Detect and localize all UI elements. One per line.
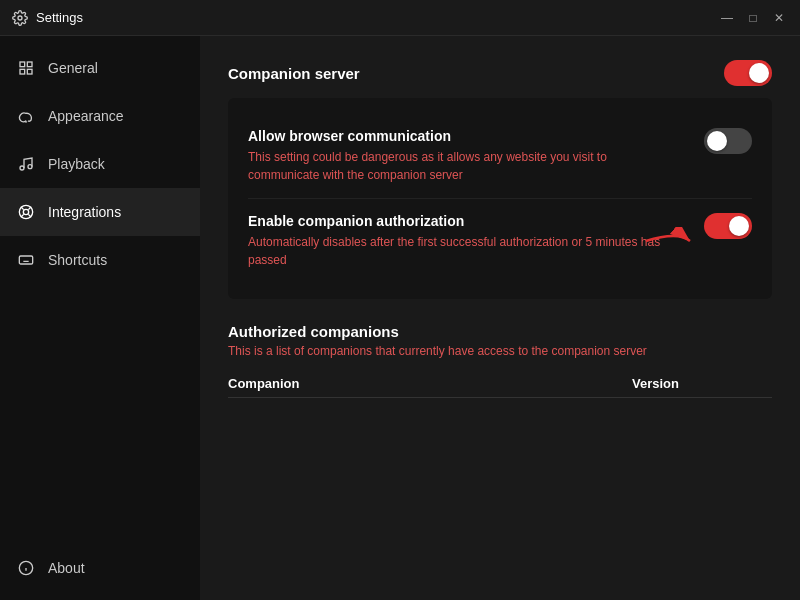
enable-auth-text: Enable companion authorization Automatic… <box>248 213 672 269</box>
titlebar-left: Settings <box>12 10 83 26</box>
music-icon <box>16 154 36 174</box>
grid-icon <box>16 58 36 78</box>
sidebar-item-integrations[interactable]: Integrations <box>0 188 200 236</box>
authorized-title: Authorized companions <box>228 323 399 340</box>
svg-rect-4 <box>27 69 32 74</box>
sidebar-item-appearance[interactable]: Appearance <box>0 92 200 140</box>
authorized-subtitle: This is a list of companions that curren… <box>228 344 772 358</box>
allow-browser-title: Allow browser communication <box>248 128 680 144</box>
companion-server-title: Companion server <box>228 65 360 82</box>
enable-auth-desc: Automatically disables after the first s… <box>248 233 672 269</box>
svg-point-6 <box>20 166 24 170</box>
sidebar-label-integrations: Integrations <box>48 204 121 220</box>
allow-browser-text: Allow browser communication This setting… <box>248 128 680 184</box>
window-title: Settings <box>36 10 83 25</box>
col-header-companion: Companion <box>228 376 632 391</box>
info-icon <box>16 558 36 578</box>
toggle-thumb-companion <box>749 63 769 83</box>
enable-auth-toggle[interactable] <box>704 213 752 239</box>
companion-server-row: Companion server <box>228 60 772 86</box>
titlebar: Settings — □ ✕ <box>0 0 800 36</box>
sidebar-label-playback: Playback <box>48 156 105 172</box>
svg-point-7 <box>28 165 32 169</box>
enable-auth-item: Enable companion authorization Automatic… <box>248 199 752 283</box>
allow-browser-toggle[interactable] <box>704 128 752 154</box>
sidebar-item-general[interactable]: General <box>0 44 200 92</box>
svg-rect-1 <box>20 62 25 67</box>
settings-block: Allow browser communication This setting… <box>228 98 772 299</box>
companions-table: Companion Version <box>228 370 772 398</box>
sidebar-item-shortcuts[interactable]: Shortcuts <box>0 236 200 284</box>
sidebar-label-appearance: Appearance <box>48 108 124 124</box>
toggle-thumb-auth <box>729 216 749 236</box>
enable-auth-title: Enable companion authorization <box>248 213 672 229</box>
maximize-button[interactable]: □ <box>744 9 762 27</box>
svg-rect-3 <box>20 69 25 74</box>
keyboard-icon <box>16 250 36 270</box>
sidebar-item-playback[interactable]: Playback <box>0 140 200 188</box>
brush-icon <box>16 106 36 126</box>
authorized-section-header: Authorized companions <box>228 323 772 340</box>
svg-rect-14 <box>19 256 32 264</box>
allow-browser-desc: This setting could be dangerous as it al… <box>248 148 680 184</box>
integrations-icon <box>16 202 36 222</box>
sidebar-label-shortcuts: Shortcuts <box>48 252 107 268</box>
allow-browser-item: Allow browser communication This setting… <box>248 114 752 199</box>
sidebar-label-about: About <box>48 560 85 576</box>
toggle-thumb-browser <box>707 131 727 151</box>
svg-point-0 <box>18 16 22 20</box>
app-body: General Appearance Playback <box>0 36 800 600</box>
sidebar-label-general: General <box>48 60 98 76</box>
companion-server-toggle[interactable] <box>724 60 772 86</box>
red-arrow-annotation <box>638 227 698 255</box>
svg-point-9 <box>23 209 28 214</box>
titlebar-controls: — □ ✕ <box>718 9 788 27</box>
settings-icon <box>12 10 28 26</box>
svg-rect-2 <box>27 62 32 67</box>
sidebar: General Appearance Playback <box>0 36 200 600</box>
sidebar-item-about[interactable]: About <box>0 544 200 592</box>
companions-table-header: Companion Version <box>228 370 772 398</box>
minimize-button[interactable]: — <box>718 9 736 27</box>
col-header-version: Version <box>632 376 772 391</box>
main-content: Companion server Allow browser communica… <box>200 36 800 600</box>
close-button[interactable]: ✕ <box>770 9 788 27</box>
